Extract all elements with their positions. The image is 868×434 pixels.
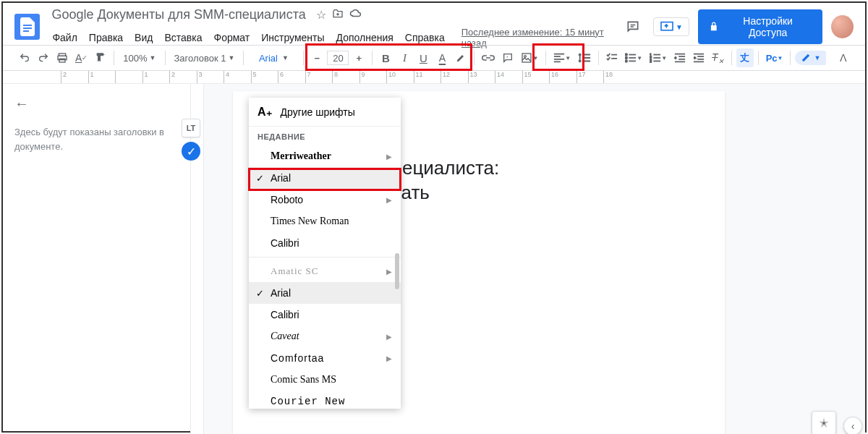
numbered-list-button[interactable]: 123▼ [647, 48, 670, 67]
paragraph-style-select[interactable]: Заголовок 1▼ [170, 48, 239, 67]
ruler-toggle[interactable]: Рс▼ [763, 48, 786, 67]
check-badge[interactable]: ✓ [182, 142, 200, 161]
ruler-tick: 4 [224, 71, 251, 84]
ruler-tick: 1 [142, 71, 170, 84]
input-tools-button[interactable]: 丈 [736, 48, 754, 67]
share-button[interactable]: Настройки Доступа [698, 9, 822, 44]
check-icon: ✓ [256, 173, 264, 184]
lt-badge[interactable]: LT [182, 119, 200, 137]
ruler-tick: 2 [169, 71, 197, 84]
font-option-label: Roboto [271, 194, 303, 205]
checklist-button[interactable] [603, 48, 621, 67]
ruler-tick: 6 [278, 71, 305, 84]
recent-section-label: НЕДАВНИЕ [249, 127, 401, 145]
font-option-label: Courier New [271, 396, 345, 407]
outline-collapse-button[interactable]: ← [14, 95, 29, 112]
side-panel-toggle[interactable]: ‹ [843, 417, 862, 434]
clear-formatting-button[interactable]: T✕ [709, 48, 727, 67]
cloud-icon[interactable] [349, 8, 362, 22]
menu-insert[interactable]: Вставка [159, 30, 207, 46]
insert-link-button[interactable] [479, 48, 498, 67]
ruler-tick: 18 [603, 71, 631, 84]
line-spacing-button[interactable] [575, 48, 594, 67]
font-option-times-new-roman[interactable]: Times New Roman [249, 210, 401, 232]
font-option-label: Merriweather [271, 150, 331, 162]
indent-decrease-button[interactable] [671, 48, 689, 67]
text-color-button[interactable]: A [433, 48, 451, 67]
font-option-arial[interactable]: ✓Arial [249, 167, 401, 189]
insert-image-button[interactable]: ▼ [518, 48, 541, 67]
highlight-button[interactable] [452, 48, 469, 67]
ruler-tick: 8 [332, 71, 359, 84]
docs-logo[interactable] [14, 14, 40, 40]
indent-increase-button[interactable] [690, 48, 707, 67]
font-size-input[interactable]: 20 [327, 51, 349, 65]
font-option-comic-sans-ms[interactable]: Comic Sans MS [249, 369, 401, 391]
comments-icon[interactable] [622, 15, 644, 38]
body: ← Здесь будут показаны заголовки в докум… [3, 84, 865, 434]
horizontal-ruler[interactable]: 21123456789101112131415161718 [3, 71, 865, 84]
font-value: Arial [259, 53, 278, 64]
style-value: Заголовок 1 [174, 53, 226, 64]
dropdown-scrollbar[interactable] [395, 253, 399, 289]
font-option-calibri[interactable]: Calibri [249, 232, 401, 254]
spellcheck-button[interactable]: A✓ [72, 48, 90, 67]
submenu-arrow-icon: ▶ [386, 196, 392, 204]
document-title[interactable]: Google Документы для SMM-специалиста [47, 6, 310, 24]
font-option-amatic-sc[interactable]: Amatic SC▶ [249, 260, 401, 282]
redo-button[interactable] [35, 48, 52, 67]
editing-mode-button[interactable]: ▼ [795, 51, 826, 65]
present-button[interactable]: ▼ [653, 17, 689, 36]
dropdown-separator [249, 257, 401, 258]
outline-placeholder: Здесь будут показаны заголовки в докумен… [14, 125, 179, 153]
submenu-arrow-icon: ▶ [386, 268, 392, 276]
zoom-select[interactable]: 100%▼ [119, 48, 160, 67]
explore-button[interactable] [812, 411, 836, 434]
font-option-courier-new[interactable]: Courier New [249, 391, 401, 409]
ruler-tick: 2 [61, 71, 88, 84]
menu-format[interactable]: Формат [208, 30, 255, 46]
font-size-decrease[interactable]: − [308, 48, 326, 67]
italic-button[interactable]: I [396, 48, 413, 67]
move-icon[interactable] [332, 8, 344, 22]
font-option-arial[interactable]: ✓Arial [249, 282, 401, 304]
font-option-caveat[interactable]: Caveat▶ [249, 326, 401, 347]
font-option-merriweather[interactable]: Merriweather▶ [249, 145, 401, 167]
menu-addons[interactable]: Дополнения [331, 30, 399, 46]
menu-help[interactable]: Справка [400, 30, 450, 46]
paint-format-button[interactable] [92, 48, 109, 67]
header-right: ▼ Настройки Доступа [622, 9, 854, 44]
print-button[interactable] [54, 48, 71, 67]
font-option-comfortaa[interactable]: Comfortaa▶ [249, 347, 401, 369]
insert-comment-button[interactable] [499, 48, 516, 67]
svg-point-9 [626, 54, 628, 56]
font-option-calibri[interactable]: Calibri [249, 304, 401, 326]
outline-panel: ← Здесь будут показаны заголовки в докум… [3, 84, 191, 434]
more-fonts-icon: A₊ [258, 105, 272, 119]
font-size-increase[interactable]: + [350, 48, 367, 67]
toolbar-collapse-button[interactable]: ᐱ [835, 48, 852, 67]
star-icon[interactable]: ☆ [316, 8, 326, 22]
menu-view[interactable]: Вид [129, 30, 158, 46]
svg-point-8 [524, 56, 527, 58]
menu-edit[interactable]: Правка [84, 30, 128, 46]
bold-button[interactable]: B [377, 48, 394, 67]
user-avatar[interactable] [831, 15, 854, 38]
undo-button[interactable] [16, 48, 33, 67]
more-fonts-item[interactable]: A₊ Другие шрифты [249, 98, 401, 127]
underline-button[interactable]: U [414, 48, 432, 67]
lock-icon [708, 21, 720, 33]
svg-point-11 [626, 60, 628, 62]
ruler-tick: 9 [359, 71, 387, 84]
font-option-label: Caveat [271, 331, 299, 342]
svg-text:3: 3 [650, 59, 652, 63]
svg-rect-1 [23, 27, 32, 29]
font-select[interactable]: Arial▼ [248, 48, 299, 67]
bulleted-list-button[interactable]: ▼ [622, 48, 645, 67]
font-option-label: Calibri [271, 237, 299, 249]
menu-tools[interactable]: Инструменты [256, 30, 329, 46]
toolbar: A✓ 100%▼ Заголовок 1▼ Arial▼ − 20 + B I … [3, 45, 865, 71]
font-option-roboto[interactable]: Roboto▶ [249, 189, 401, 210]
menu-file[interactable]: Файл [47, 30, 82, 46]
align-button[interactable]: ▼ [550, 48, 574, 67]
